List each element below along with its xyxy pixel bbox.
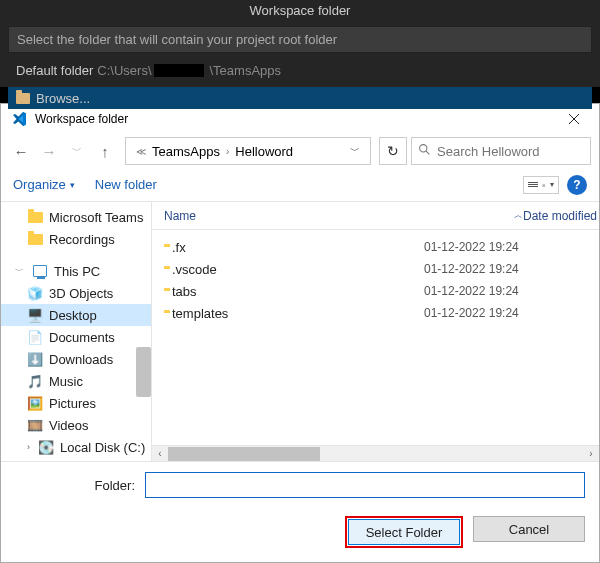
dialog-footer: Folder: Select Folder Cancel [1,462,599,562]
music-icon: 🎵 [27,374,43,388]
list-icon [528,182,538,187]
sidebar-item-downloads[interactable]: ⬇️Downloads [1,348,151,370]
disk-icon: 💽 [38,440,54,454]
nav-row: ← → ﹀ ↑ ≪ TeamsApps › Helloword ﹀ ↻ [1,134,599,168]
file-row[interactable]: .vscode01-12-2022 19:24 [152,258,599,280]
sidebar-item-localdisk[interactable]: ›💽Local Disk (C:) [1,436,151,458]
file-list: Name ︿ Date modified .fx01-12-2022 19:24… [151,202,599,461]
videos-icon: 🎞️ [27,418,43,432]
search-icon [418,143,431,159]
organize-button[interactable]: Organize ▾ [13,177,75,192]
desktop-icon: 🖥️ [27,308,43,322]
sidebar-item-music[interactable]: 🎵Music [1,370,151,392]
forward-button[interactable]: → [37,139,61,163]
scroll-right-icon[interactable]: › [583,448,599,459]
sidebar-item-pictures[interactable]: 🖼️Pictures [1,392,151,414]
cancel-button[interactable]: Cancel [473,516,585,542]
downloads-icon: ⬇️ [27,352,43,366]
file-row[interactable]: .fx01-12-2022 19:24 [152,236,599,258]
select-folder-highlight: Select Folder [345,516,463,548]
sidebar-item-documents[interactable]: 📄Documents [1,326,151,348]
pc-icon [33,265,47,277]
palette-option-default[interactable]: Default folder C:\Users\ \TeamsApps [8,59,592,81]
select-folder-button[interactable]: Select Folder [348,519,460,545]
col-name[interactable]: Name [164,209,424,223]
browse-label: Browse... [36,91,90,106]
folder-label: Folder: [15,478,135,493]
dialog-title: Workspace folder [35,112,128,126]
chevron-right-icon: › [226,146,229,157]
folder-input[interactable] [145,472,585,498]
close-button[interactable] [555,105,593,133]
file-row[interactable]: tabs01-12-2022 19:24 [152,280,599,302]
recent-dropdown[interactable]: ﹀ [65,139,89,163]
sidebar-item-videos[interactable]: 🎞️Videos [1,414,151,436]
sidebar-item-thispc[interactable]: ﹀This PC [1,260,151,282]
up-button[interactable]: ↑ [93,139,117,163]
svg-point-0 [420,145,427,152]
horizontal-scrollbar[interactable]: ‹ › [152,445,599,461]
expand-icon: ﹀ [15,265,24,278]
documents-icon: 📄 [27,330,43,344]
redacted-username [154,64,204,77]
chevron-down-icon: ▾ [70,180,75,190]
scroll-left-icon[interactable]: ‹ [152,448,168,459]
expand-icon: › [27,442,30,452]
file-row[interactable]: templates01-12-2022 19:24 [152,302,599,324]
sidebar-scrollbar[interactable] [136,347,151,397]
option-label: Default folder [16,63,93,78]
folder-picker-dialog: Workspace folder ← → ﹀ ↑ ≪ TeamsApps › H… [0,103,600,563]
sidebar: Microsoft Teams Recordings ﹀This PC 🧊3D … [1,202,151,461]
sidebar-item-msteams[interactable]: Microsoft Teams [1,206,151,228]
scroll-thumb[interactable] [168,447,320,461]
help-button[interactable]: ? [567,175,587,195]
breadcrumb[interactable]: ≪ TeamsApps › Helloword ﹀ [125,137,371,165]
3d-icon: 🧊 [27,286,43,300]
crumb-dropdown[interactable]: ﹀ [344,144,366,158]
palette-title: Workspace folder [0,0,600,22]
search-box[interactable] [411,137,591,165]
sidebar-item-desktop[interactable]: 🖥️Desktop [1,304,151,326]
pictures-icon: 🖼️ [27,396,43,410]
search-input[interactable] [437,144,584,159]
vscode-icon [11,111,27,127]
view-mode-button[interactable]: ▪ ▾ [523,176,559,194]
toolbar: Organize ▾ New folder ▪ ▾ ? [1,168,599,202]
crumb-seg-2[interactable]: Helloword [235,144,293,159]
chevron-down-icon: ▾ [550,180,554,189]
crumb-seg-1[interactable]: TeamsApps [152,144,220,159]
default-path-prefix: C:\Users\ [97,63,151,78]
sidebar-item-recordings[interactable]: Recordings [1,228,151,250]
palette-option-browse[interactable]: Browse... [8,87,592,109]
command-palette: Workspace folder Select the folder that … [0,0,600,103]
svg-line-1 [426,151,429,154]
column-headers[interactable]: Name ︿ Date modified [152,202,599,230]
col-date[interactable]: Date modified [523,209,600,223]
folder-icon [16,93,30,104]
sort-asc-icon: ︿ [514,209,523,222]
chevron-left-icon: ≪ [136,146,146,157]
sidebar-item-3dobjects[interactable]: 🧊3D Objects [1,282,151,304]
refresh-button[interactable]: ↻ [379,137,407,165]
palette-input[interactable]: Select the folder that will contain your… [8,26,592,53]
back-button[interactable]: ← [9,139,33,163]
default-path-suffix: \TeamsApps [210,63,282,78]
new-folder-button[interactable]: New folder [95,177,157,192]
